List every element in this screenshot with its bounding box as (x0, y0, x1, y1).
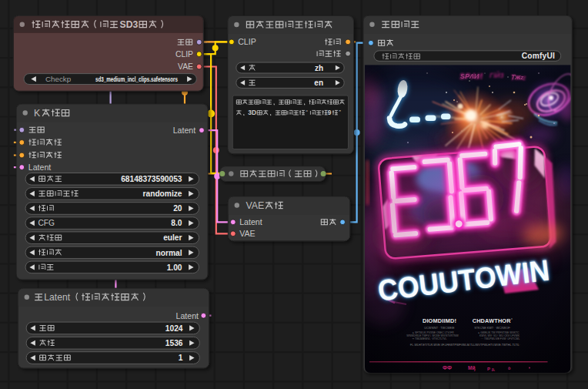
svg-text:1536: 1536 (165, 339, 183, 347)
svg-text:Latent: Latent (173, 126, 196, 135)
svg-text:1: 1 (179, 354, 183, 362)
svg-text:ComfyUI: ComfyUI (522, 52, 555, 60)
svg-text:3D: 3D (248, 109, 256, 116)
svg-text:SD3: SD3 (120, 19, 139, 30)
svg-text:Latent: Latent (28, 163, 52, 172)
svg-text:CLIP: CLIP (238, 37, 256, 46)
svg-text:“: “ (306, 109, 308, 116)
svg-text:en: en (314, 79, 323, 87)
svg-text:8.0: 8.0 (171, 219, 182, 227)
svg-text:normal: normal (156, 249, 182, 257)
svg-text:Latent: Latent (239, 217, 262, 226)
svg-text:1.00: 1.00 (167, 263, 182, 272)
svg-text:Checkp: Checkp (45, 75, 72, 83)
svg-text:CFG: CFG (38, 219, 55, 227)
svg-text:euler: euler (163, 233, 182, 242)
svg-text:Latent: Latent (44, 292, 70, 303)
svg-text:CLIP: CLIP (175, 50, 193, 59)
svg-text:VAE: VAE (246, 200, 265, 211)
svg-text:Latent: Latent (176, 311, 199, 320)
svg-text:VAE: VAE (239, 229, 255, 238)
svg-text:zh: zh (315, 64, 323, 72)
svg-text:sd3_medium_incl_clips.safetens: sd3_medium_incl_clips.safetensors (95, 75, 178, 83)
svg-text:68148373590053: 68148373590053 (121, 175, 182, 183)
svg-text:1024: 1024 (165, 324, 183, 333)
svg-text:”: ” (339, 109, 341, 116)
svg-text:20: 20 (173, 204, 182, 213)
svg-text:K: K (34, 108, 41, 119)
svg-text:randomize: randomize (143, 189, 182, 198)
svg-text:9: 9 (328, 109, 332, 116)
svg-text:VAE: VAE (178, 62, 193, 71)
